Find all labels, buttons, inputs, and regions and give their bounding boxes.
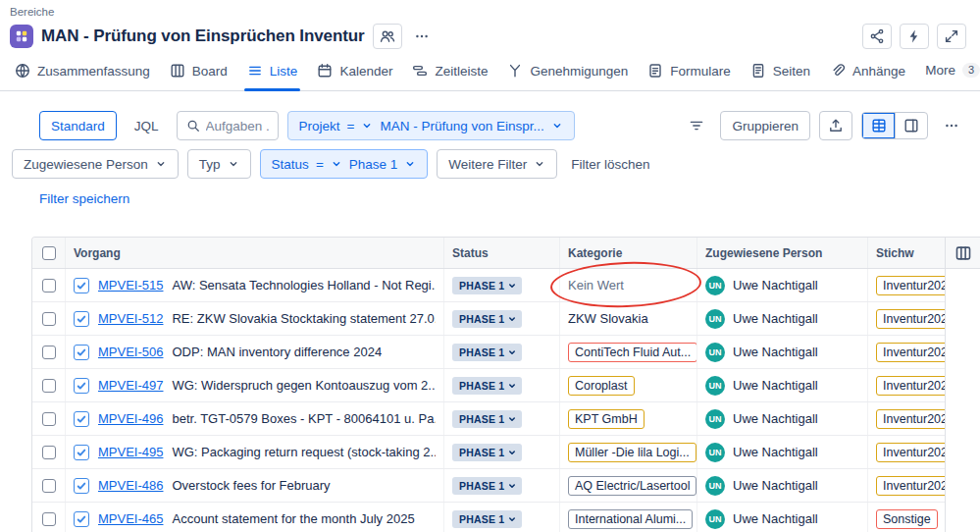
assignee-cell[interactable]: UN Uwe Nachtigall <box>697 503 868 532</box>
search-input[interactable] <box>206 119 269 133</box>
tab-seiten[interactable]: Seiten <box>742 61 819 90</box>
issue-summary[interactable]: RE: ZKW Slovakia Stocktaking statement 2… <box>172 311 436 326</box>
category-value: Coroplast <box>568 376 635 396</box>
issue-summary[interactable]: WG: Widerspruch gegen Kontoauszug vom 2.… <box>172 378 436 393</box>
column-header-kategorie[interactable]: Kategorie <box>560 238 697 268</box>
assignee-cell[interactable]: UN Uwe Nachtigall <box>697 436 868 468</box>
row-checkbox[interactable] <box>42 512 56 526</box>
row-checkbox[interactable] <box>42 412 56 426</box>
filter-typ[interactable]: Typ <box>187 149 251 179</box>
status-badge[interactable]: PHASE 1 <box>452 310 522 328</box>
standard-filter-button[interactable]: Standard <box>39 111 117 140</box>
category-cell[interactable]: ContiTech Fluid Aut... <box>560 336 697 368</box>
category-cell[interactable]: ZKW Slovakia <box>560 302 697 335</box>
issue-summary[interactable]: Overstock fees for February <box>172 478 330 493</box>
issue-key-link[interactable]: MPVEI-496 <box>98 411 163 426</box>
category-cell[interactable]: Müller -Die lila Logi... <box>560 436 697 468</box>
filter-label: Zugewiesene Person <box>24 157 148 172</box>
view-settings-button[interactable] <box>682 112 711 139</box>
tab-anhaenge[interactable]: Anhänge <box>821 61 914 90</box>
group-button[interactable]: Gruppieren <box>720 111 810 140</box>
issue-summary[interactable]: betr. TGT-0579 Boxes - KPT - 80064101 u.… <box>172 411 436 426</box>
expand-button[interactable] <box>937 24 966 49</box>
tab-more[interactable]: More3 <box>916 61 980 89</box>
issue-key-link[interactable]: MPVEI-506 <box>98 345 163 359</box>
row-checkbox[interactable] <box>42 279 56 293</box>
column-header-status[interactable]: Status <box>444 238 560 268</box>
column-header-label: Zugewiesene Person <box>705 246 822 260</box>
status-badge[interactable]: PHASE 1 <box>452 277 522 294</box>
status-label: PHASE 1 <box>459 280 504 292</box>
column-header-zugewiesene-person[interactable]: Zugewiesene Person <box>697 238 868 268</box>
category-cell[interactable]: Kein Wert <box>560 269 697 301</box>
filter-projekt[interactable]: Projekt = MAN - Prüfung von Einspr... <box>287 111 575 140</box>
issue-key-link[interactable]: MPVEI-495 <box>98 445 163 459</box>
tab-kalender[interactable]: Kalender <box>308 61 401 90</box>
issue-summary[interactable]: Account statement for the month July 202… <box>172 511 414 526</box>
forms-icon <box>647 63 663 79</box>
assignee-cell[interactable]: UN Uwe Nachtigall <box>697 269 868 301</box>
tab-zeitleiste[interactable]: Zeitleiste <box>403 61 496 90</box>
automation-button[interactable] <box>900 24 929 49</box>
row-select-cell <box>32 503 66 532</box>
category-cell[interactable]: KPT GmbH <box>560 402 697 435</box>
assignee-cell[interactable]: UN Uwe Nachtigall <box>697 302 868 335</box>
issue-key-link[interactable]: MPVEI-497 <box>98 378 163 393</box>
category-cell[interactable]: AQ Electric/Lasertool <box>560 469 697 502</box>
grid-view-button[interactable] <box>862 113 895 138</box>
assignee-cell[interactable]: UN Uwe Nachtigall <box>697 469 868 502</box>
status-label: PHASE 1 <box>459 447 504 458</box>
task-type-icon <box>74 278 89 293</box>
tab-genehmigungen[interactable]: Genehmigungen <box>498 61 637 90</box>
detail-view-button[interactable] <box>895 113 927 138</box>
tab-board[interactable]: Board <box>161 61 236 90</box>
tab-zusammenfassung[interactable]: Zusammenfassung <box>6 61 159 90</box>
avatar: UN <box>705 509 725 529</box>
tab-liste[interactable]: Liste <box>238 61 307 90</box>
status-badge[interactable]: PHASE 1 <box>452 344 522 361</box>
row-checkbox[interactable] <box>42 312 56 326</box>
assignee-cell[interactable]: UN Uwe Nachtigall <box>697 336 868 368</box>
export-button[interactable] <box>819 111 852 140</box>
chevron-down-icon <box>507 481 517 491</box>
issue-key-link[interactable]: MPVEI-515 <box>98 278 163 293</box>
header-more-button[interactable] <box>410 24 434 49</box>
row-checkbox[interactable] <box>42 446 56 459</box>
jql-button[interactable]: JQL <box>126 111 168 140</box>
row-checkbox[interactable] <box>42 346 56 359</box>
status-badge[interactable]: PHASE 1 <box>452 377 522 395</box>
tab-label: Formulare <box>670 64 731 79</box>
category-cell[interactable]: International Alumi... <box>560 503 697 532</box>
table-body: MPVEI-515 AW: Sensata Technologies Holla… <box>32 269 980 532</box>
issue-key-link[interactable]: MPVEI-486 <box>98 478 163 493</box>
status-badge[interactable]: PHASE 1 <box>452 410 522 428</box>
clear-filters-button[interactable]: Filter löschen <box>566 149 654 179</box>
assignee-cell[interactable]: UN Uwe Nachtigall <box>697 369 868 401</box>
assignee-cell[interactable]: UN Uwe Nachtigall <box>697 402 868 435</box>
issue-summary[interactable]: WG: Packaging return request (stock-taki… <box>172 445 436 459</box>
issue-key-link[interactable]: MPVEI-465 <box>98 511 163 526</box>
select-all-checkbox[interactable] <box>42 246 56 260</box>
filter-weitere-filter[interactable]: Weitere Filter <box>437 149 557 179</box>
row-checkbox[interactable] <box>42 379 56 393</box>
issue-summary[interactable]: ODP: MAN inventory difference 2024 <box>172 345 382 359</box>
filter-status[interactable]: Status=Phase 1 <box>260 149 429 179</box>
toolbar-more-button[interactable] <box>937 112 966 139</box>
tab-formulare[interactable]: Formulare <box>639 61 740 90</box>
status-badge[interactable]: PHASE 1 <box>452 477 522 495</box>
row-checkbox[interactable] <box>42 479 56 493</box>
save-filter-link[interactable]: Filter speichern <box>39 191 129 206</box>
issue-summary[interactable]: AW: Sensata Technologies Holland - Not R… <box>172 278 436 293</box>
status-badge[interactable]: PHASE 1 <box>452 444 522 461</box>
breadcrumb[interactable]: Bereiche <box>0 0 54 18</box>
members-button[interactable] <box>373 24 402 49</box>
filter-zugewiesene-person[interactable]: Zugewiesene Person <box>12 149 179 179</box>
column-header-vorgang[interactable]: Vorgang <box>66 238 444 268</box>
status-badge[interactable]: PHASE 1 <box>452 510 522 528</box>
category-cell[interactable]: Coroplast <box>560 369 697 401</box>
issue-key-link[interactable]: MPVEI-512 <box>98 311 163 326</box>
row-select-cell <box>32 369 66 401</box>
column-header-label: Stichw <box>876 246 914 260</box>
share-button[interactable] <box>862 24 892 49</box>
column-settings-button[interactable] <box>954 244 972 262</box>
